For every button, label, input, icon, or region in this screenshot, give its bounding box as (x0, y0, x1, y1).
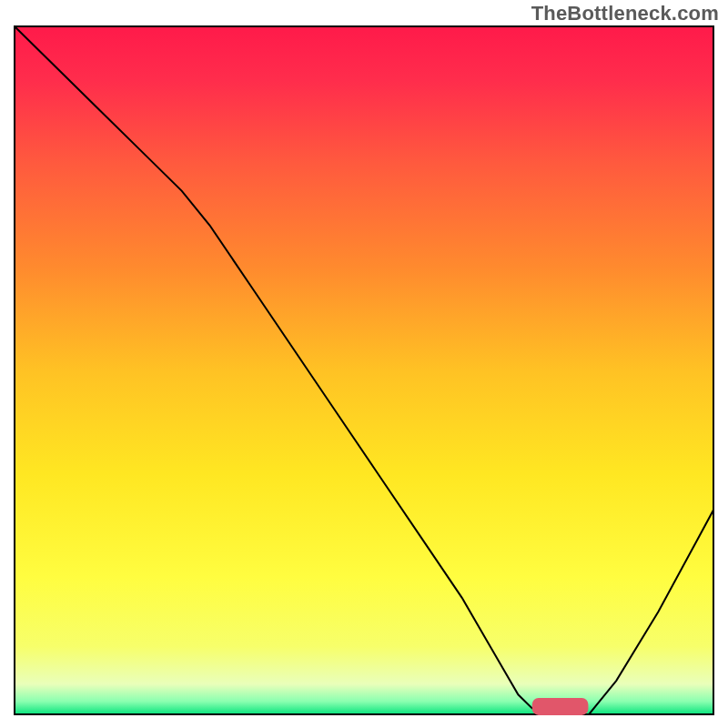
watermark-text: TheBottleneck.com (531, 2, 719, 25)
chart-container: TheBottleneck.com (0, 0, 728, 728)
bottleneck-chart (14, 25, 714, 715)
optimal-range-marker (532, 698, 589, 715)
